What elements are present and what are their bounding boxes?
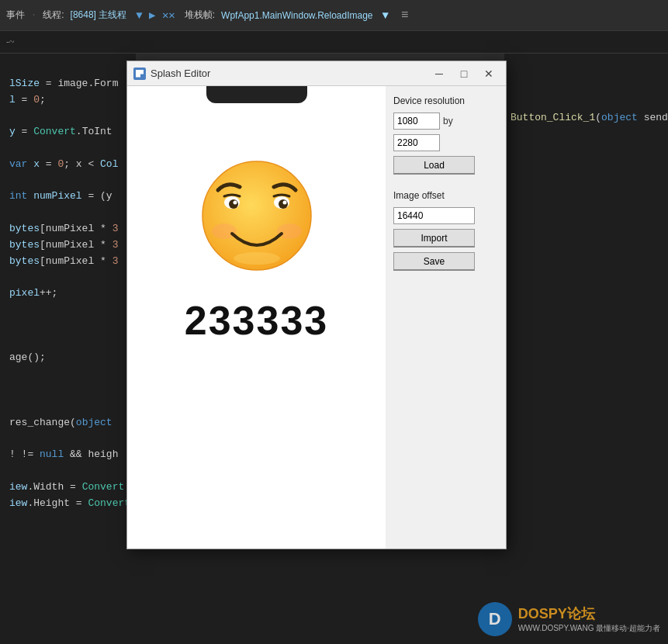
minimize-button[interactable]: ─ — [428, 65, 450, 82]
svg-point-5 — [233, 201, 237, 205]
right-code-line-1: Button_Click_1(object sender, Ro — [511, 110, 662, 126]
watermark-subtitle: WWW.DOSPY.WANG 最懂移动·超能力者 — [518, 623, 660, 634]
height-row — [393, 134, 498, 151]
resolution-inputs: by — [393, 113, 498, 130]
code-line-24 — [6, 431, 136, 447]
ide-right-panel: Button_Click_1(object sender, Ro — [504, 54, 668, 644]
code-line-5: y = Convert.ToInt — [6, 124, 136, 140]
svg-point-9 — [234, 252, 280, 265]
svg-point-8 — [282, 201, 286, 205]
stack-label: 堆栈帧: — [185, 9, 215, 22]
svg-point-2 — [277, 223, 302, 239]
device-resolution-label: Device resolution — [393, 95, 498, 106]
code-line-3: l = 0; — [6, 92, 136, 109]
height-input[interactable] — [393, 134, 440, 151]
code-line-12: bytes[numPixel * 3 — [6, 237, 136, 254]
emoji-svg — [195, 150, 319, 274]
code-line-15: pixel++; — [6, 286, 136, 302]
window-icon-shape — [136, 70, 144, 78]
right-control-panel: Device resolution by Load Image offset I… — [386, 86, 506, 549]
code-line-6 — [6, 140, 136, 157]
svg-point-4 — [229, 199, 238, 209]
code-line-13: bytes[numPixel * 3 — [6, 254, 136, 270]
maximize-button[interactable]: □ — [453, 65, 475, 82]
window-body: 233333 Device resolution by Load Image o… — [127, 86, 506, 549]
offset-input[interactable] — [393, 207, 475, 224]
code-line-28: iew.Height = Convert.ToInt32(height.Text… — [6, 496, 136, 512]
offset-row — [393, 207, 498, 224]
dospy-watermark: D DOSPY论坛 WWW.DOSPY.WANG 最懂移动·超能力者 — [478, 602, 660, 636]
svg-point-1 — [212, 223, 237, 239]
code-line-16 — [6, 302, 136, 318]
stack-value: WpfApp1.MainWindow.ReloadImage — [221, 10, 372, 21]
dospy-logo: D — [478, 602, 512, 636]
width-input[interactable] — [393, 113, 440, 130]
code-line-20 — [6, 366, 136, 383]
code-line-8 — [6, 173, 136, 189]
code-line-26 — [6, 463, 136, 480]
by-text: by — [443, 116, 453, 126]
ide-minus: -~ — [6, 36, 15, 48]
code-line-10 — [6, 205, 136, 221]
panel-separator — [393, 179, 498, 185]
event-label: 事件 — [6, 9, 25, 22]
image-offset-label: Image offset — [393, 190, 498, 201]
load-button[interactable]: Load — [393, 156, 475, 175]
code-line-18 — [6, 334, 136, 351]
watermark-title: DOSPY论坛 — [518, 604, 660, 623]
phone-notch — [206, 86, 307, 103]
ide-second-bar: -~ — [0, 31, 668, 54]
code-line-25: ! != null && heigh — [6, 447, 136, 463]
emoji-container — [195, 150, 319, 274]
watermark-text-block: DOSPY论坛 WWW.DOSPY.WANG 最懂移动·超能力者 — [518, 604, 660, 634]
preview-area: 233333 — [127, 86, 386, 549]
code-line-27: iew.Width = Convert.ToInt32(width.Text); — [6, 480, 136, 496]
code-line-17 — [6, 318, 136, 334]
code-line-23: res_change(object — [6, 415, 136, 431]
logo-letter: D — [489, 609, 501, 629]
code-line-2: lSize = image.Form — [6, 76, 136, 92]
code-line-7: var x = 0; x < Col — [6, 157, 136, 173]
code-line-19: age(); — [6, 350, 136, 366]
thread-value: [8648] 主线程 — [71, 9, 127, 22]
code-line-22 — [6, 399, 136, 415]
svg-point-7 — [279, 199, 288, 209]
ide-toolbar: 事件 · 线程: [8648] 主线程 ▼ ▶ ✕✕ 堆栈帧: WpfApp1.… — [0, 0, 668, 31]
code-line-4 — [6, 108, 136, 124]
save-button[interactable]: Save — [393, 252, 475, 271]
thread-label: 线程: — [43, 9, 64, 22]
code-line-14 — [6, 269, 136, 286]
ide-code-area: lSize = image.Form l = 0; y = Convert.To… — [0, 54, 136, 644]
window-title: Splash Editor — [151, 68, 424, 79]
import-button[interactable]: Import — [393, 229, 475, 248]
code-line-9: int numPixel = (y — [6, 189, 136, 205]
splash-editor-window: Splash Editor ─ □ ✕ — [126, 61, 507, 549]
window-controls: ─ □ ✕ — [428, 65, 500, 82]
code-line-1 — [6, 60, 136, 76]
window-app-icon — [133, 68, 146, 80]
code-line-11: bytes[numPixel * 3 — [6, 221, 136, 237]
code-line-21 — [6, 383, 136, 399]
splash-number: 233333 — [185, 297, 329, 344]
close-button[interactable]: ✕ — [478, 65, 500, 82]
window-titlebar: Splash Editor ─ □ ✕ — [127, 61, 506, 86]
